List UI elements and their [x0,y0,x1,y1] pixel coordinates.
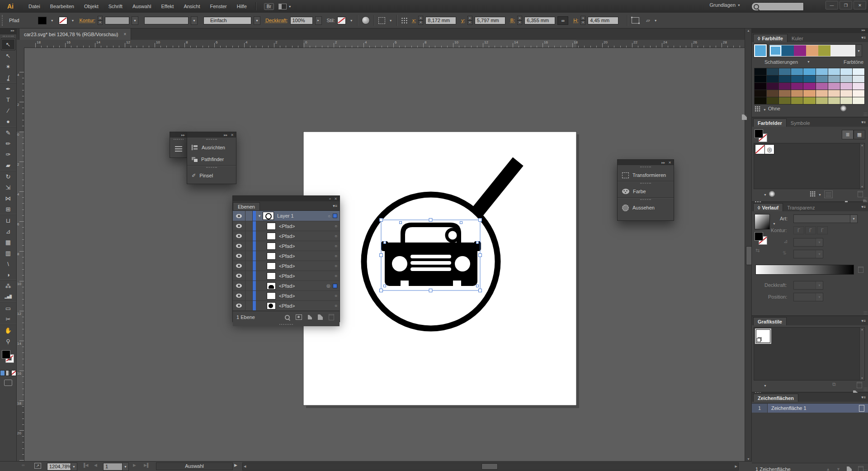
color-variation-swatch[interactable] [803,68,815,75]
locate-object-icon[interactable] [285,315,290,320]
stroke-weight-label[interactable]: Kontur: [80,18,95,23]
export-icon[interactable]: ↗ [34,463,41,469]
lock-column[interactable] [245,271,253,281]
target-icon[interactable]: ○ [335,233,337,238]
expand-icon[interactable]: ▸▸ [224,133,227,137]
color-variation-swatch[interactable] [779,83,791,90]
menu-bearbeiten[interactable]: Bearbeiten [45,0,79,13]
visibility-toggle[interactable] [233,281,245,290]
color-variation-swatch[interactable] [816,97,828,104]
menu-schrift[interactable]: Schrift [104,0,127,13]
color-variation-swatch[interactable] [828,68,840,75]
stroke-along-icon[interactable]: Γ [805,226,816,234]
next-artboard-icon[interactable]: ▶ [133,463,136,467]
color-variation-swatch[interactable] [816,68,828,75]
toolbar-collapse[interactable]: ▸▸ [0,28,16,34]
panel-resize-grip[interactable] [233,323,340,326]
color-variation-swatch[interactable] [779,97,791,104]
color-variation-swatch[interactable] [767,90,778,97]
path-thumbnail[interactable] [267,243,276,250]
artboard-nav-dropdown[interactable]: ▼ [122,462,129,471]
artboard-tool[interactable]: ▭ [0,302,16,314]
gradient-thumbnail[interactable] [755,214,770,229]
shades-label[interactable]: Schattierungen [764,59,798,65]
slice-tool[interactable]: ✂ [0,314,16,324]
hand-tool[interactable]: ✋ [0,324,16,336]
color-variation-swatch[interactable] [840,68,852,75]
collapsed-panel-button[interactable] [170,142,187,152]
last-artboard-icon[interactable]: ▶▌ [144,463,150,467]
color-variation-swatch[interactable] [803,90,815,97]
chevron-down-icon[interactable]: ▼ [773,222,776,225]
first-artboard-icon[interactable]: ▐◀ [82,463,88,467]
panel-resize-grip[interactable] [863,311,867,314]
eyedropper-tool[interactable]: \ [0,258,16,269]
none-mode-button[interactable] [11,370,16,376]
select-similar-icon[interactable] [378,17,385,24]
selection-indicator[interactable] [333,214,337,218]
rotate-tool[interactable]: ↻ [0,171,16,182]
visibility-toggle[interactable] [233,291,245,300]
paintbrush-tool[interactable]: ✎ [0,127,16,138]
close-tab-icon[interactable]: × [124,32,127,37]
minimize-button[interactable]: — [826,1,838,10]
layer-thumbnail[interactable] [263,212,274,220]
recolor-artwork-icon[interactable] [362,16,370,24]
stop-position-dropdown[interactable]: ▼ [793,293,823,301]
stroke-within-icon[interactable]: Γ [793,226,804,234]
menu-fenster[interactable]: Fenster [205,0,231,13]
fill-chip[interactable] [755,129,763,138]
color-themes-icon[interactable] [769,191,775,197]
new-artboard-icon[interactable] [847,466,852,471]
color-variation-swatch[interactable] [853,83,864,90]
color-variation-swatch[interactable] [779,68,791,75]
color-variation-swatch[interactable] [767,76,778,82]
shear-icon[interactable]: ▱ [646,18,650,24]
panel-menu-icon[interactable]: ▾≡ [861,319,866,323]
target-icon[interactable]: ○ [335,263,337,268]
path-row[interactable]: <Pfad> ○ [233,251,340,261]
visibility-toggle[interactable] [233,251,245,261]
stroke-color-swatch[interactable] [59,17,67,24]
delete-layer-icon[interactable] [329,314,334,320]
panel-menu-icon[interactable]: ▾≡ [333,204,337,208]
harmony-color-swatch[interactable] [794,45,806,56]
tab-symbole[interactable]: Symbole [787,119,814,127]
aspect-ratio-dropdown[interactable]: ▼ [793,250,823,258]
constrain-proportions-icon[interactable]: ∞ [557,16,568,25]
width-stepper[interactable]: ▲▼ [517,16,522,25]
panel-button-pinsel[interactable]: ✐ Pinsel [187,170,236,181]
app-logo[interactable]: Ai [4,1,17,11]
path-thumbnail[interactable] [267,223,276,230]
restore-button[interactable]: ❐ [840,1,852,10]
zoom-dropdown[interactable]: ▼ [71,462,77,471]
color-variation-swatch[interactable] [853,76,864,82]
perspective-grid-tool[interactable]: ⊿ [0,226,16,237]
stroke-style-dropdown[interactable]: ▼ [254,16,260,25]
tab-ebenen[interactable]: Ebenen [233,202,260,210]
x-stepper[interactable]: ▲▼ [418,16,423,25]
path-thumbnail[interactable] [267,292,276,300]
zoom-level-field[interactable]: 1204,78% [47,463,72,471]
selection-indicator[interactable] [333,284,337,288]
tab-farbfelder[interactable]: Farbfelder [753,119,787,127]
visibility-toggle[interactable] [233,211,245,221]
lock-column[interactable] [245,301,253,310]
color-variations-grid[interactable] [754,68,865,105]
close-icon[interactable]: ✕ [231,133,234,137]
lock-column[interactable] [245,221,253,231]
width-label[interactable]: B: [510,18,515,23]
layer-row[interactable]: ▼ Layer 1 ○ [233,211,340,221]
harmony-color-swatch[interactable] [782,45,794,56]
status-toggle-icon[interactable]: ∞ [22,463,24,467]
path-row[interactable]: <Pfad> ○ [233,241,340,251]
color-variation-swatch[interactable] [767,97,778,104]
panel-grip[interactable] [640,199,651,201]
color-variation-swatch[interactable] [803,97,815,104]
save-to-swatches-icon[interactable] [742,114,747,120]
color-variation-swatch[interactable] [853,68,864,75]
shape-builder-tool[interactable]: ⊔ [0,214,16,226]
menu-hilfe[interactable]: Hilfe [232,0,252,13]
panel-menu-icon[interactable]: ▾≡ [861,205,866,209]
lock-column[interactable] [245,291,253,300]
